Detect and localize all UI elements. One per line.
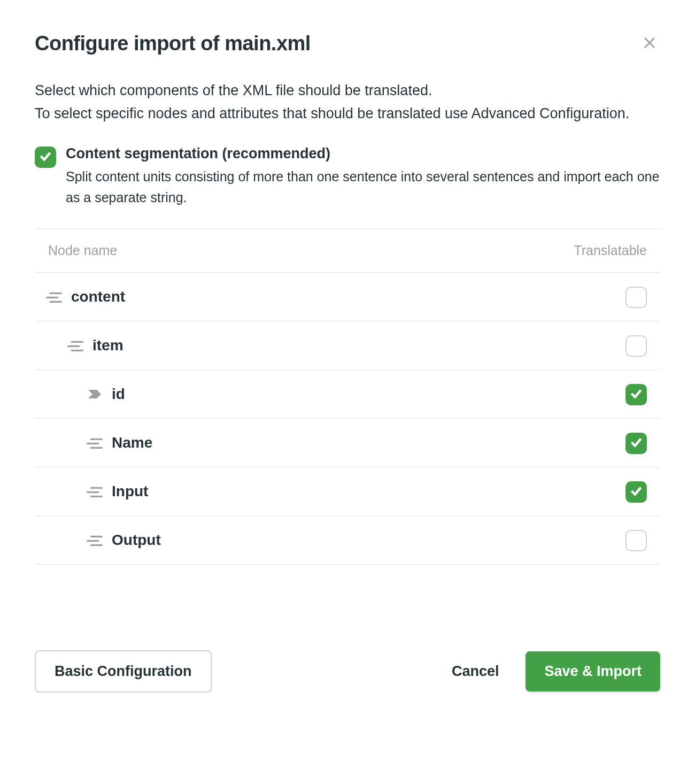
node-name: Output xyxy=(112,532,161,549)
content-segmentation-description: Split content units consisting of more t… xyxy=(66,166,660,208)
node-name: Input xyxy=(112,483,148,500)
row-left: item xyxy=(35,337,123,354)
check-icon xyxy=(629,435,643,451)
table-row: Input xyxy=(35,467,660,516)
translatable-checkbox[interactable] xyxy=(626,481,647,503)
modal-title: Configure import of main.xml xyxy=(35,32,311,55)
lines-icon xyxy=(86,483,103,500)
save-import-button[interactable]: Save & Import xyxy=(526,651,660,691)
tag-icon xyxy=(86,386,103,403)
basic-configuration-button[interactable]: Basic Configuration xyxy=(35,650,212,693)
translatable-checkbox[interactable] xyxy=(626,335,647,357)
modal-header: Configure import of main.xml xyxy=(35,32,660,55)
row-left: content xyxy=(35,288,125,305)
node-name: content xyxy=(71,288,125,305)
cancel-button[interactable]: Cancel xyxy=(452,651,499,691)
footer-actions: Cancel Save & Import xyxy=(452,651,660,691)
description-line-2: To select specific nodes and attributes … xyxy=(35,105,629,121)
lines-icon xyxy=(45,288,63,305)
modal-description: Select which components of the XML file … xyxy=(35,79,660,125)
translatable-checkbox[interactable] xyxy=(626,287,647,308)
nodes-table: Node name Translatable contentitemidName… xyxy=(35,228,660,565)
row-left: Output xyxy=(35,532,161,549)
close-button[interactable] xyxy=(639,32,660,53)
row-left: Name xyxy=(35,434,152,451)
configure-import-modal: Configure import of main.xml Select whic… xyxy=(0,0,695,725)
content-segmentation-label: Content segmentation (recommended) xyxy=(66,145,660,162)
description-line-1: Select which components of the XML file … xyxy=(35,82,432,98)
node-name: id xyxy=(112,386,125,403)
content-segmentation-checkbox[interactable] xyxy=(35,147,56,168)
node-name: Name xyxy=(112,434,152,451)
table-row: id xyxy=(35,370,660,419)
column-node-name: Node name xyxy=(48,243,117,258)
translatable-checkbox[interactable] xyxy=(626,433,647,454)
lines-icon xyxy=(86,434,103,451)
translatable-checkbox[interactable] xyxy=(626,384,647,405)
row-left: Input xyxy=(35,483,148,500)
lines-icon xyxy=(67,337,84,354)
table-header: Node name Translatable xyxy=(35,229,660,273)
content-segmentation-option: Content segmentation (recommended) Split… xyxy=(35,145,660,208)
node-name: item xyxy=(92,337,123,354)
check-icon xyxy=(38,149,52,165)
check-icon xyxy=(629,484,643,500)
lines-icon xyxy=(86,532,103,549)
content-segmentation-text: Content segmentation (recommended) Split… xyxy=(66,145,660,208)
close-icon xyxy=(642,35,657,50)
column-translatable: Translatable xyxy=(574,243,647,258)
translatable-checkbox[interactable] xyxy=(626,530,647,551)
row-left: id xyxy=(35,386,125,403)
table-row: item xyxy=(35,321,660,370)
table-row: Name xyxy=(35,419,660,467)
modal-footer: Basic Configuration Cancel Save & Import xyxy=(35,650,660,693)
table-row: Output xyxy=(35,516,660,565)
check-icon xyxy=(629,387,643,403)
table-row: content xyxy=(35,273,660,321)
